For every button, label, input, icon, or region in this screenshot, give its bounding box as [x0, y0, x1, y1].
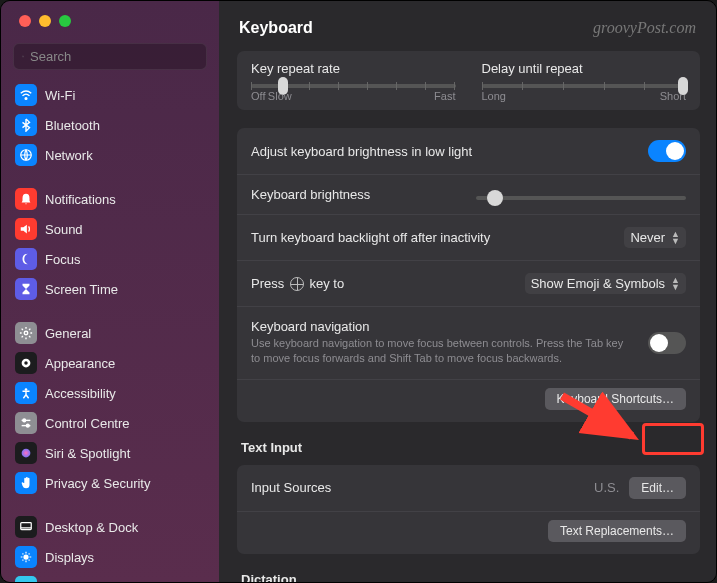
globe-action-value: Show Emoji & Symbols	[531, 276, 665, 291]
slider-thumb[interactable]	[487, 190, 503, 206]
sidebar-item-siri-spotlight[interactable]: Siri & Spotlight	[9, 438, 211, 468]
repeat-rate-label: Key repeat rate	[251, 61, 456, 76]
sidebar-item-general[interactable]: General	[9, 318, 211, 348]
sidebar-list: Wi-FiBluetoothNetworkNotificationsSoundF…	[1, 80, 219, 582]
keyboard-shortcuts-button[interactable]: Keyboard Shortcuts…	[545, 388, 686, 410]
sidebar-item-desktop-dock[interactable]: Desktop & Dock	[9, 512, 211, 542]
dock-icon	[15, 516, 37, 538]
svg-rect-13	[21, 523, 32, 530]
input-sources-label: Input Sources	[251, 480, 331, 495]
search-input[interactable]	[13, 43, 207, 70]
sidebar-item-label: Displays	[45, 550, 94, 565]
keyboard-nav-label: Keyboard navigation	[251, 319, 628, 334]
sidebar-item-label: Notifications	[45, 192, 116, 207]
input-sources-value: U.S.	[594, 480, 619, 495]
watermark: groovyPost.com	[593, 19, 696, 37]
sidebar-item-control-centre[interactable]: Control Centre	[9, 408, 211, 438]
sidebar-item-privacy-security[interactable]: Privacy & Security	[9, 468, 211, 498]
keyboard-nav-toggle[interactable]	[648, 332, 686, 354]
text-input-title: Text Input	[241, 440, 696, 455]
keyboard-nav-desc: Use keyboard navigation to move focus be…	[251, 336, 628, 367]
sidebar-item-wallpaper[interactable]: Wallpaper	[9, 572, 211, 582]
sidebar-item-displays[interactable]: Displays	[9, 542, 211, 572]
sidebar-item-appearance[interactable]: Appearance	[9, 348, 211, 378]
sidebar-item-label: General	[45, 326, 91, 341]
gear-icon	[15, 322, 37, 344]
edit-input-sources-button[interactable]: Edit…	[629, 477, 686, 499]
sidebar-item-accessibility[interactable]: Accessibility	[9, 378, 211, 408]
network-icon	[15, 144, 37, 166]
text-replacements-button[interactable]: Text Replacements…	[548, 520, 686, 542]
globe-icon	[290, 277, 304, 291]
sidebar-item-label: Focus	[45, 252, 80, 267]
sidebar-item-label: Sound	[45, 222, 83, 237]
sidebar-item-label: Wi-Fi	[45, 88, 75, 103]
off-label: Off	[251, 90, 265, 102]
svg-point-4	[24, 331, 28, 335]
delay-slider[interactable]	[482, 84, 687, 88]
hand-icon	[15, 472, 37, 494]
press-globe-label: Press key to	[251, 276, 344, 292]
hourglass-icon	[15, 278, 37, 300]
dictation-title: Dictation	[241, 572, 696, 582]
header: Keyboard groovyPost.com	[219, 1, 716, 51]
backlight-value: Never	[630, 230, 665, 245]
svg-point-12	[22, 449, 31, 458]
sidebar-item-label: Bluetooth	[45, 118, 100, 133]
svg-point-9	[23, 419, 26, 422]
svg-point-11	[26, 424, 29, 427]
backlight-off-label: Turn keyboard backlight off after inacti…	[251, 230, 490, 245]
sidebar-item-label: Screen Time	[45, 282, 118, 297]
svg-line-1	[23, 57, 24, 58]
fast-label: Fast	[434, 90, 455, 102]
search-field[interactable]	[30, 49, 198, 64]
minimize-button[interactable]	[39, 15, 51, 27]
sidebar-item-bluetooth[interactable]: Bluetooth	[9, 110, 211, 140]
repeat-rate-slider[interactable]	[251, 84, 456, 88]
close-button[interactable]	[19, 15, 31, 27]
sidebar-item-label: Control Centre	[45, 416, 130, 431]
svg-point-2	[25, 98, 27, 100]
svg-point-0	[22, 56, 23, 57]
brightness-label: Keyboard brightness	[251, 187, 370, 202]
appearance-icon	[15, 352, 37, 374]
chevron-updown-icon: ▲▼	[671, 277, 680, 290]
sidebar-item-label: Network	[45, 148, 93, 163]
accessibility-icon	[15, 382, 37, 404]
sidebar-item-label: Wallpaper	[45, 580, 103, 583]
sidebar-item-wi-fi[interactable]: Wi-Fi	[9, 80, 211, 110]
keyboard-settings-section: Adjust keyboard brightness in low light …	[237, 128, 700, 422]
wifi-icon	[15, 84, 37, 106]
control-icon	[15, 412, 37, 434]
repeat-section: Key repeat rate Off Slow Fast Delay unti…	[237, 51, 700, 110]
svg-point-6	[24, 361, 28, 365]
globe-action-select[interactable]: Show Emoji & Symbols ▲▼	[525, 273, 686, 294]
slider-thumb[interactable]	[678, 77, 688, 95]
svg-point-15	[23, 554, 28, 559]
maximize-button[interactable]	[59, 15, 71, 27]
sidebar-item-notifications[interactable]: Notifications	[9, 184, 211, 214]
backlight-select[interactable]: Never ▲▼	[624, 227, 686, 248]
display-icon	[15, 546, 37, 568]
sidebar-item-sound[interactable]: Sound	[9, 214, 211, 244]
chevron-updown-icon: ▲▼	[671, 231, 680, 244]
page-title: Keyboard	[239, 19, 313, 37]
window-controls	[1, 1, 219, 37]
moon-icon	[15, 248, 37, 270]
sidebar-item-label: Siri & Spotlight	[45, 446, 130, 461]
sidebar-item-label: Appearance	[45, 356, 115, 371]
siri-icon	[15, 442, 37, 464]
bell-icon	[15, 188, 37, 210]
sidebar: Wi-FiBluetoothNetworkNotificationsSoundF…	[1, 1, 219, 582]
sidebar-item-screen-time[interactable]: Screen Time	[9, 274, 211, 304]
main-panel: Keyboard groovyPost.com Key repeat rate …	[219, 1, 716, 582]
bluetooth-icon	[15, 114, 37, 136]
adjust-brightness-toggle[interactable]	[648, 140, 686, 162]
slow-label: Slow	[268, 90, 292, 102]
text-input-section: Input Sources U.S. Edit… Text Replacemen…	[237, 465, 700, 554]
sidebar-item-focus[interactable]: Focus	[9, 244, 211, 274]
brightness-slider[interactable]	[476, 196, 686, 200]
sound-icon	[15, 218, 37, 240]
sidebar-item-network[interactable]: Network	[9, 140, 211, 170]
delay-label: Delay until repeat	[482, 61, 687, 76]
